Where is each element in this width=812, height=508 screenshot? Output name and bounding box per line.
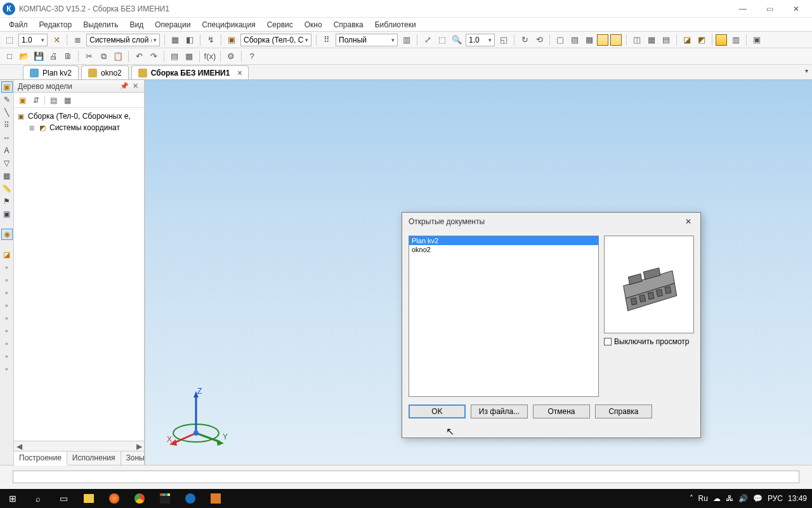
combo-zoom-1[interactable]: 1.0▾ [18, 34, 48, 46]
tree-tool-2[interactable]: ⇵ [30, 95, 42, 106]
model-tree[interactable]: ▣ Сборка (Тел-0, Сборочных е, ⊞ ◩ Систем… [14, 108, 144, 441]
command-input[interactable] [13, 471, 799, 483]
documents-listbox[interactable]: Plan kv2 okno2 [409, 236, 599, 397]
cut-icon[interactable]: ✂ [82, 50, 96, 64]
combo-zoom-2[interactable]: 1.0▾ [466, 34, 495, 46]
tray-notify-icon[interactable]: 💬 [753, 494, 763, 503]
dialog-close-icon[interactable]: ✕ [683, 216, 694, 227]
combo-assembly[interactable]: Сборка (Тел-0, Сбо▾ [240, 34, 311, 46]
taskbar-app-explorer[interactable] [76, 489, 102, 508]
zoom-window-icon[interactable]: ⬚ [435, 33, 449, 47]
op8-icon[interactable]: ▫ [1, 351, 13, 362]
menu-edit[interactable]: Редактор [34, 19, 77, 30]
dim-icon[interactable]: ↔ [1, 132, 13, 144]
menu-file[interactable]: Файл [4, 19, 33, 30]
section-icon[interactable]: ▥ [729, 33, 743, 47]
edit-assembly-icon[interactable]: ▣ [1, 81, 13, 93]
current-state-icon[interactable]: ⬚ [3, 33, 16, 47]
op4-icon[interactable]: ▫ [1, 300, 13, 311]
combo-layer[interactable]: Системный слой (0)▾ [86, 34, 160, 46]
wireframe-icon[interactable]: ▢ [553, 33, 567, 47]
persp-icon-1[interactable]: ◫ [630, 33, 644, 47]
list-item[interactable]: okno2 [409, 245, 598, 254]
shaded-icon[interactable]: ▩ [582, 33, 596, 47]
panel-close-icon[interactable]: ✕ [131, 82, 140, 90]
close-button[interactable]: ✕ [783, 1, 809, 17]
vars-icon[interactable]: ⚙ [224, 50, 238, 64]
taskbar-app-4[interactable] [152, 489, 178, 508]
sketch-icon[interactable]: ✎ [1, 94, 13, 105]
tree-tab-variants[interactable]: Исполнения [67, 451, 121, 465]
zoom-fit-icon[interactable]: ⤢ [421, 33, 435, 47]
combo-display[interactable]: Полный▾ [336, 34, 398, 46]
undo-icon[interactable]: ↶ [132, 50, 146, 64]
tray-network-icon[interactable]: 🖧 [726, 494, 733, 503]
tray-clock[interactable]: 13:49 [788, 494, 807, 503]
help-context-icon[interactable]: ? [245, 50, 259, 64]
tree-tool-1[interactable]: ▣ [16, 95, 28, 106]
toggle-icon-1[interactable]: ⤨ [49, 33, 63, 47]
pattern-icon[interactable]: ⠿ [1, 119, 13, 131]
mode-icon[interactable]: ◉ [1, 229, 13, 240]
taskbar-app-kompas[interactable] [178, 489, 203, 508]
tray-chevron-up-icon[interactable]: ˄ [690, 494, 693, 503]
menu-spec[interactable]: Спецификация [197, 19, 260, 30]
spec-icon[interactable]: ▦ [182, 50, 196, 64]
tray-lang-1[interactable]: Ru [698, 494, 708, 503]
xray-icon[interactable] [716, 34, 727, 46]
op2-icon[interactable]: ▫ [1, 274, 13, 286]
measure-icon[interactable]: ▣ [1, 208, 13, 220]
op6-icon[interactable]: ▫ [1, 325, 13, 337]
tab-plan-kv2[interactable]: Plan kv2 [23, 65, 79, 79]
menu-window[interactable]: Окно [299, 19, 327, 30]
tab-close-icon[interactable]: × [237, 69, 242, 77]
from-file-button[interactable]: Из файла... [471, 404, 528, 418]
tree-tool-4[interactable]: ▦ [62, 95, 73, 106]
taskbar-app-6[interactable] [203, 489, 228, 508]
tb-icon-a2[interactable]: ◧ [183, 33, 197, 47]
tab-current-assembly[interactable]: Сборка БЕЗ ИМЕНИ1 × [131, 65, 249, 79]
menu-help[interactable]: Справка [329, 19, 369, 30]
ruler-icon[interactable]: 📏 [1, 183, 13, 194]
paste-icon[interactable]: 📋 [111, 50, 125, 64]
tree-tab-build[interactable]: Построение [14, 451, 67, 465]
add-part-icon[interactable]: ◪ [1, 249, 13, 260]
menu-service[interactable]: Сервис [262, 19, 298, 30]
menu-view[interactable]: Вид [125, 19, 149, 30]
tb-icon-a3[interactable]: ↯ [204, 33, 218, 47]
op7-icon[interactable]: ▫ [1, 338, 13, 349]
op3-icon[interactable]: ▫ [1, 287, 13, 298]
hidden-icon[interactable]: ▨ [568, 33, 582, 47]
line-icon[interactable]: ╲ [1, 107, 13, 118]
orbit-icon[interactable]: ⟲ [532, 33, 546, 47]
open-icon[interactable]: 📂 [17, 50, 31, 64]
print-icon[interactable]: 🖨 [46, 50, 60, 64]
layers-icon[interactable]: ≣ [70, 33, 84, 47]
view-icon-2[interactable]: ◩ [695, 33, 709, 47]
new-icon[interactable]: □ [3, 50, 16, 64]
start-button[interactable]: ⊞ [0, 489, 25, 508]
taskbar-app-chrome[interactable] [127, 489, 152, 508]
tray-lang-2[interactable]: РУС [768, 494, 783, 503]
copy-icon[interactable]: ⧉ [96, 50, 110, 64]
op9-icon[interactable]: ▫ [1, 363, 13, 375]
text-icon[interactable]: A [1, 145, 13, 156]
tray-volume-icon[interactable]: 🔊 [738, 494, 748, 503]
fx-icon[interactable]: f(x) [203, 50, 217, 64]
properties-icon[interactable]: ▤ [167, 50, 181, 64]
tb-icon-a1[interactable]: ▦ [168, 33, 182, 47]
tb-icon-c1[interactable]: ◱ [497, 33, 511, 47]
op1-icon[interactable]: ▫ [1, 262, 13, 273]
disable-preview-checkbox[interactable]: Выключить просмотр [604, 337, 694, 346]
maximize-button[interactable]: ▭ [756, 1, 783, 17]
minimize-button[interactable]: — [730, 1, 756, 17]
menu-select[interactable]: Выделить [78, 19, 123, 30]
tray-cloud-icon[interactable]: ☁ [713, 494, 721, 503]
cancel-button[interactable]: Отмена [533, 404, 590, 418]
taskbar-app-firefox[interactable] [102, 489, 127, 508]
rotate-icon[interactable]: ↻ [518, 33, 532, 47]
tab-okno2[interactable]: okno2 [81, 65, 129, 79]
persp-icon-3[interactable]: ▤ [659, 33, 673, 47]
expand-icon[interactable]: ⊞ [28, 124, 36, 131]
task-view-icon[interactable]: ▭ [51, 489, 76, 508]
